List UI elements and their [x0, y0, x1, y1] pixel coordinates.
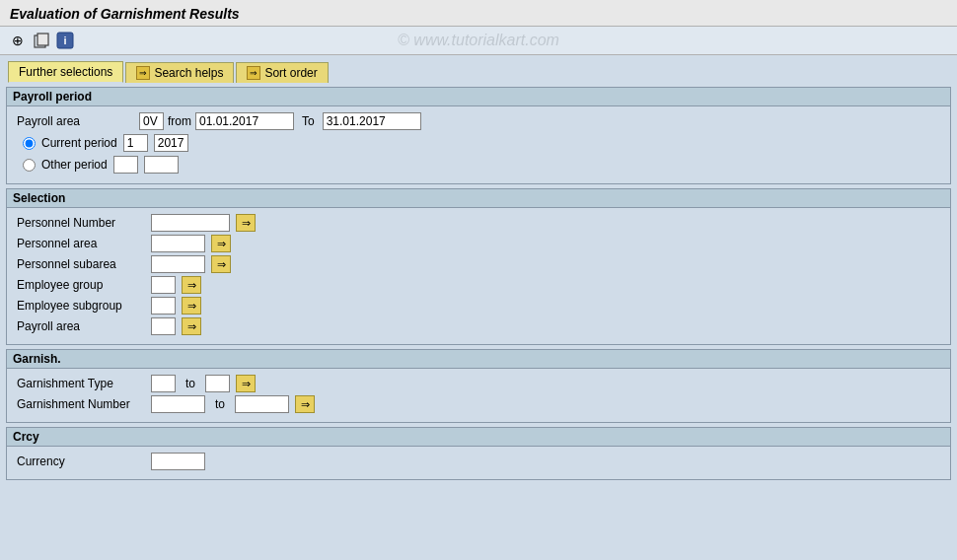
currency-label: Currency [17, 455, 145, 468]
selection-body: Personnel Number ⇒ Personnel area ⇒ Pers… [7, 208, 950, 344]
personnel-number-input[interactable] [151, 214, 230, 232]
garnishment-body: Garnishment Type to ⇒ Garnishment Number… [7, 369, 950, 422]
personnel-subarea-input[interactable] [151, 255, 205, 273]
refresh-icon[interactable]: ⊕ [8, 31, 28, 50]
garnishment-number-to-input[interactable] [235, 395, 289, 413]
from-label: from [168, 114, 191, 128]
payroll-area-label: Payroll area [17, 114, 135, 128]
personnel-number-label: Personnel Number [17, 216, 145, 230]
personnel-subarea-label: Personnel subarea [17, 257, 145, 271]
personnel-area-label: Personnel area [17, 237, 145, 250]
payroll-area-input[interactable] [139, 112, 164, 130]
copy-icon[interactable] [32, 31, 51, 50]
employee-group-row: Employee group ⇒ [17, 276, 940, 294]
garnishment-number-row: Garnishment Number to ⇒ [17, 395, 940, 413]
sel-payroll-area-label: Payroll area [17, 319, 145, 333]
crcy-section: Crcy Currency [6, 427, 951, 480]
other-period-year-input[interactable] [144, 156, 179, 174]
payroll-period-body: Payroll area from To Current period Othe… [7, 106, 950, 183]
crcy-body: Currency [7, 447, 950, 479]
other-period-radio[interactable] [23, 159, 36, 172]
currency-row: Currency [17, 453, 940, 470]
current-period-label: Current period [41, 136, 117, 150]
personnel-number-row: Personnel Number ⇒ [17, 214, 940, 232]
garnishment-type-to-label: to [185, 377, 195, 390]
garnishment-header: Garnish. [7, 350, 950, 369]
other-period-row: Other period [17, 156, 940, 174]
personnel-area-arrow[interactable]: ⇒ [211, 235, 231, 252]
payroll-period-header: Payroll period [7, 88, 950, 106]
crcy-header: Crcy [7, 428, 950, 447]
tab-further-selections-label: Further selections [19, 65, 112, 79]
other-period-label: Other period [41, 158, 108, 172]
tab-sort-order[interactable]: ⇒ Sort order [236, 62, 328, 83]
to-label: To [302, 114, 315, 128]
other-period-num-input[interactable] [113, 156, 138, 174]
employee-group-arrow[interactable]: ⇒ [182, 276, 201, 294]
payroll-period-section: Payroll period Payroll area from To Curr… [6, 87, 951, 184]
garnishment-type-from-input[interactable] [151, 375, 176, 392]
personnel-area-input[interactable] [151, 235, 205, 252]
tab-search-helps-label: Search helps [154, 66, 223, 80]
watermark: © www.tutorialkart.com [398, 32, 559, 49]
employee-subgroup-row: Employee subgroup ⇒ [17, 297, 940, 315]
current-period-row: Current period [17, 134, 940, 152]
garnishment-type-to-input[interactable] [205, 375, 230, 392]
page-title: Evaluation of Garnishment Results [10, 6, 947, 22]
tab-sort-arrow-icon: ⇒ [247, 66, 260, 80]
from-date-input[interactable] [195, 112, 294, 130]
tabs-bar: Further selections ⇒ Search helps ⇒ Sort… [0, 55, 957, 83]
current-period-num-input[interactable] [123, 134, 148, 152]
tab-sort-order-label: Sort order [264, 66, 317, 80]
garnishment-type-label: Garnishment Type [17, 377, 145, 390]
svg-rect-1 [37, 34, 48, 45]
garnishment-section: Garnish. Garnishment Type to ⇒ Garnishme… [6, 349, 951, 423]
selection-header: Selection [7, 189, 950, 208]
garnishment-type-row: Garnishment Type to ⇒ [17, 375, 940, 392]
tab-arrow-icon: ⇒ [136, 66, 150, 80]
payroll-area-row: Payroll area from To [17, 112, 940, 130]
toolbar: ⊕ i © www.tutorialkart.com [0, 27, 957, 55]
garnishment-number-from-input[interactable] [151, 395, 205, 413]
tab-search-helps[interactable]: ⇒ Search helps [125, 62, 234, 83]
sel-payroll-area-arrow[interactable]: ⇒ [182, 317, 201, 335]
employee-subgroup-label: Employee subgroup [17, 299, 145, 313]
personnel-number-arrow[interactable]: ⇒ [236, 214, 256, 232]
employee-group-label: Employee group [17, 278, 145, 292]
to-date-input[interactable] [323, 112, 421, 130]
employee-subgroup-input[interactable] [151, 297, 176, 315]
employee-subgroup-arrow[interactable]: ⇒ [182, 297, 201, 315]
currency-input[interactable] [151, 453, 205, 470]
info-icon[interactable]: i [55, 31, 75, 50]
current-period-year-input[interactable] [154, 134, 188, 152]
garnishment-type-arrow[interactable]: ⇒ [236, 375, 256, 392]
selection-section: Selection Personnel Number ⇒ Personnel a… [6, 188, 951, 345]
garnishment-number-label: Garnishment Number [17, 397, 145, 411]
garnishment-number-to-label: to [215, 397, 225, 411]
svg-text:i: i [63, 35, 66, 46]
personnel-area-row: Personnel area ⇒ [17, 235, 940, 252]
current-period-radio[interactable] [23, 137, 36, 150]
employee-group-input[interactable] [151, 276, 176, 294]
sel-payroll-area-input[interactable] [151, 317, 176, 335]
sel-payroll-area-row: Payroll area ⇒ [17, 317, 940, 335]
personnel-subarea-arrow[interactable]: ⇒ [211, 255, 231, 273]
tab-further-selections[interactable]: Further selections [8, 61, 123, 83]
garnishment-number-arrow[interactable]: ⇒ [295, 395, 315, 413]
personnel-subarea-row: Personnel subarea ⇒ [17, 255, 940, 273]
content-area: Payroll period Payroll area from To Curr… [0, 83, 957, 488]
title-bar: Evaluation of Garnishment Results [0, 0, 957, 27]
